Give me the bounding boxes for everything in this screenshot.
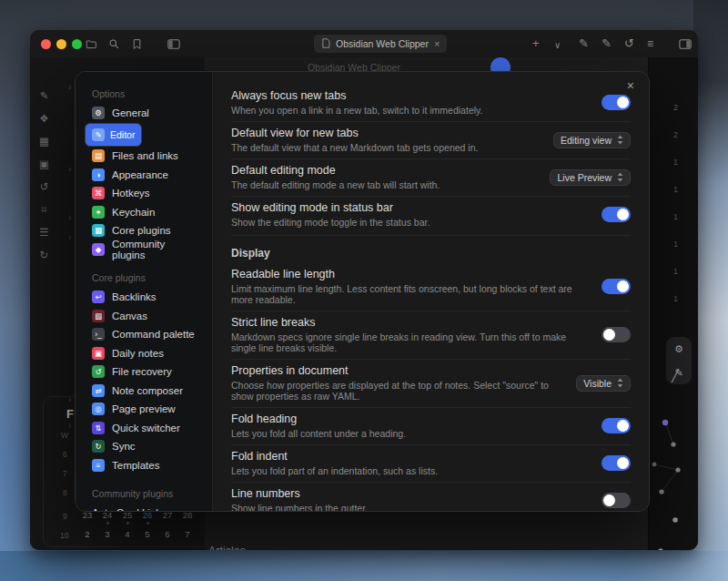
- settings-nav-keychain[interactable]: ✦ Keychain: [85, 203, 203, 222]
- keyboard-icon: ⌘: [92, 187, 105, 199]
- select-chevrons-icon: [617, 135, 623, 145]
- setting-desc: Lets you fold part of an indentation, su…: [231, 465, 587, 476]
- panel-left-toggle-icon[interactable]: [167, 37, 180, 51]
- setting-desc: Lets you fold all content under a headin…: [231, 428, 587, 439]
- vault-folder-icon[interactable]: [85, 37, 98, 51]
- default-view-select[interactable]: Editing view: [553, 132, 631, 148]
- graph-node: [652, 463, 657, 467]
- setting-name: Strict line breaks: [231, 316, 587, 330]
- settings-nav-backlinks[interactable]: ↩ Backlinks: [85, 288, 203, 307]
- menu-icon[interactable]: ≡: [647, 37, 653, 50]
- setting-desc: The default view that a new Markdown tab…: [231, 142, 539, 153]
- panel-right-toggle-icon[interactable]: [678, 37, 692, 51]
- setting-desc: Limit maximum line length. Less content …: [231, 283, 587, 305]
- graph-node: [675, 467, 680, 472]
- graph-view-icon[interactable]: ❖: [37, 112, 51, 126]
- search-icon[interactable]: [107, 37, 121, 51]
- count-badge: 1: [673, 158, 678, 167]
- count-badge: 2: [673, 130, 678, 139]
- calendar-note-dot: [106, 522, 109, 525]
- collapse-chevron-icon[interactable]: ›: [68, 232, 72, 241]
- calendar-week-header: W: [61, 431, 68, 440]
- settings-nav-auto-card-link[interactable]: Auto Card Link: [85, 504, 203, 511]
- settings-nav-file-recovery[interactable]: ↺ File recovery: [85, 362, 203, 382]
- daily-notes-icon[interactable]: ▣: [37, 158, 51, 171]
- terminal-icon: ›_: [92, 328, 105, 341]
- tab-close-icon[interactable]: ×: [434, 38, 440, 49]
- edit-plus-icon[interactable]: ✎: [602, 37, 612, 50]
- collapse-chevron-icon[interactable]: ›: [68, 212, 72, 221]
- zoom-window-button[interactable]: [72, 39, 82, 49]
- local-graph-view[interactable]: [646, 414, 698, 550]
- setting-name: Fold heading: [231, 413, 587, 426]
- settings-nav-daily-notes[interactable]: ▣ Daily notes: [85, 344, 203, 363]
- calendar-day[interactable]: 3: [101, 529, 114, 539]
- close-icon[interactable]: ×: [627, 79, 634, 92]
- calendar-day[interactable]: 5: [141, 529, 154, 539]
- bookmark-icon[interactable]: [130, 37, 144, 51]
- fold-heading-toggle[interactable]: [602, 418, 631, 433]
- graph-settings-gear-icon[interactable]: ⚙: [666, 337, 692, 361]
- settings-nav-general[interactable]: ⚙ General: [85, 104, 203, 123]
- properties-in-document-select[interactable]: Visible: [576, 375, 631, 392]
- switcher-icon: ⇅: [92, 422, 105, 434]
- collapse-chevron-icon[interactable]: ›: [68, 164, 72, 173]
- settings-nav-note-composer[interactable]: ⇄ Note composer: [85, 382, 203, 401]
- strict-line-breaks-toggle[interactable]: [602, 327, 631, 342]
- minimize-window-button[interactable]: [56, 39, 66, 49]
- settings-nav-page-preview[interactable]: ◎ Page preview: [85, 400, 203, 419]
- settings-nav-quick-switcher[interactable]: ⇅ Quick switcher: [85, 419, 203, 438]
- history-icon[interactable]: ↺: [37, 180, 51, 194]
- settings-nav-command-palette[interactable]: ›_ Command palette: [85, 325, 203, 344]
- edit-disabled-icon[interactable]: ✎╱: [666, 361, 692, 384]
- workspaces-icon[interactable]: ☰: [37, 226, 51, 240]
- setting-name: Properties in document: [231, 364, 561, 378]
- fold-indent-toggle[interactable]: [602, 455, 631, 471]
- settings-nav-core-plugins[interactable]: ▦ Core plugins: [85, 221, 203, 240]
- edit-icon[interactable]: ✎: [579, 37, 589, 50]
- folder-icon: ▤: [92, 149, 105, 162]
- graph-node: [659, 489, 663, 494]
- line-numbers-toggle[interactable]: [602, 493, 631, 508]
- puzzle-icon: ◆: [92, 243, 105, 256]
- template-icon: ≡: [92, 459, 105, 472]
- settings-sidebar: Options ⚙ General ✎ Editor ▤ Files and l…: [76, 72, 213, 511]
- document-icon: [321, 38, 330, 50]
- calendar-day[interactable]: 4: [121, 529, 134, 539]
- setting-row: Always focus new tabs When you open a li…: [231, 85, 631, 121]
- graph-node: [672, 517, 678, 523]
- show-editing-mode-toggle[interactable]: [602, 207, 631, 222]
- package-icon: ▦: [92, 224, 105, 237]
- settings-nav-templates[interactable]: ≡ Templates: [85, 456, 203, 475]
- link-icon: ↩: [92, 290, 105, 303]
- settings-nav-appearance[interactable]: ◑ Appearance: [85, 166, 203, 185]
- tab-obsidian-web-clipper[interactable]: Obsidian Web Clipper ×: [314, 35, 447, 53]
- new-tab-button[interactable]: +: [532, 37, 540, 50]
- settings-nav-hotkeys[interactable]: ⌘ Hotkeys: [85, 184, 203, 203]
- tab-list-chevron-icon[interactable]: ∨: [554, 39, 561, 52]
- default-editing-mode-select[interactable]: Live Preview: [550, 169, 631, 186]
- settings-nav-files-and-links[interactable]: ▤ Files and links: [85, 147, 203, 166]
- settings-nav-community-plugins[interactable]: ◆ Community plugins: [85, 240, 203, 260]
- restore-icon: ↺: [92, 365, 105, 378]
- setting-row: Default editing mode The default editing…: [231, 158, 631, 196]
- wallpaper-lake: [0, 551, 728, 581]
- sync-icon[interactable]: ↻: [37, 249, 51, 262]
- collapse-chevron-icon[interactable]: ›: [68, 82, 72, 91]
- calendar-note-dot: [126, 522, 129, 525]
- always-focus-new-tabs-toggle[interactable]: [602, 95, 631, 110]
- settings-nav-editor[interactable]: ✎ Editor: [85, 123, 142, 148]
- close-window-button[interactable]: [41, 39, 51, 49]
- terminal-icon[interactable]: ⌗: [37, 203, 51, 217]
- calendar-note-dot: [147, 522, 149, 525]
- settings-nav-canvas[interactable]: ▧ Canvas: [85, 307, 203, 326]
- new-note-icon[interactable]: ✎: [37, 89, 51, 103]
- setting-name: Default editing mode: [231, 164, 535, 178]
- settings-nav-sync[interactable]: ↻ Sync: [85, 437, 203, 456]
- calendar-day[interactable]: 2: [81, 529, 94, 539]
- history-icon[interactable]: ↺: [624, 37, 634, 50]
- canvas-icon[interactable]: ▦: [37, 135, 51, 148]
- calendar-day[interactable]: 7: [181, 529, 194, 539]
- calendar-day[interactable]: 6: [161, 529, 174, 539]
- readable-line-length-toggle[interactable]: [602, 279, 631, 294]
